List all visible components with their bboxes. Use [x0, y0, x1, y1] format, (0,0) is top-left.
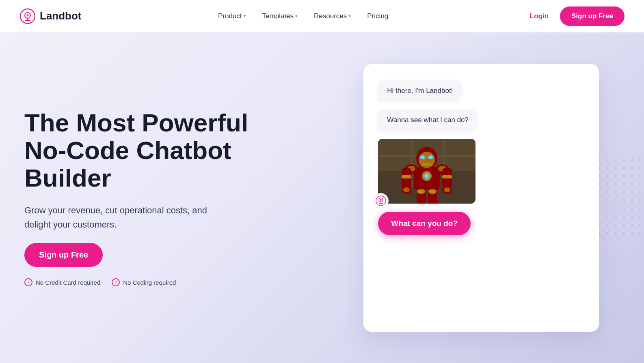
hero-section: The Most Powerful No-Code Chatbot Builde… [0, 32, 644, 363]
navbar: Landbot Product ▾ Templates ▾ Resources … [0, 0, 644, 32]
nav-resources[interactable]: Resources ▾ [307, 9, 357, 24]
avatar-icon [375, 195, 387, 206]
badge-no-credit-card: ✓ No Credit Card required [24, 278, 100, 286]
chat-widget: Hi there, I'm Landbot! Wanna see what I … [363, 64, 599, 332]
chevron-down-icon: ▾ [348, 13, 351, 19]
hero-title: The Most Powerful No-Code Chatbot Builde… [24, 109, 316, 192]
hero-content: The Most Powerful No-Code Chatbot Builde… [0, 85, 335, 311]
svg-point-40 [380, 199, 382, 201]
navbar-actions: Login Sign up Free [525, 6, 625, 26]
login-button[interactable]: Login [525, 9, 553, 24]
logo-link[interactable]: Landbot [19, 8, 82, 24]
chat-image [378, 139, 475, 204]
svg-point-2 [27, 14, 29, 16]
hero-visual: // Generate dots inline for(let i=0;i<60… [335, 48, 644, 348]
brand-name: Landbot [40, 10, 82, 22]
svg-point-31 [421, 156, 424, 159]
chat-bubble-1: Hi there, I'm Landbot! [378, 80, 462, 101]
svg-rect-24 [402, 175, 411, 178]
signup-nav-button[interactable]: Sign up Free [560, 6, 625, 26]
nav-menu: Product ▾ Templates ▾ Resources ▾ Pricin… [212, 9, 395, 24]
chat-bubble-2: Wanna see what I can do? [378, 110, 478, 131]
svg-rect-25 [442, 175, 452, 178]
check-icon: ✓ [24, 278, 32, 286]
nav-templates[interactable]: Templates ▾ [256, 9, 304, 24]
svg-point-13 [428, 189, 437, 194]
chevron-down-icon: ▾ [295, 13, 298, 19]
badge-no-coding: ✓ No Coding required [112, 278, 176, 286]
dot-grid-right: // Generate dots inline for(let i=0;i<60… [599, 159, 644, 237]
hero-badges: ✓ No Credit Card required ✓ No Coding re… [24, 278, 316, 286]
svg-point-37 [444, 187, 450, 192]
svg-point-32 [429, 156, 432, 159]
nav-pricing[interactable]: Pricing [361, 9, 395, 24]
chat-avatar [373, 193, 389, 208]
chat-image-wrapper [378, 139, 475, 204]
check-icon: ✓ [112, 278, 120, 286]
signup-hero-button[interactable]: Sign up Free [24, 243, 103, 267]
chevron-down-icon: ▾ [244, 13, 246, 19]
svg-point-12 [417, 189, 425, 194]
hero-subtitle: Grow your revenue, cut operational costs… [24, 203, 236, 232]
svg-rect-33 [422, 163, 432, 166]
svg-point-36 [403, 187, 410, 192]
logo-icon [19, 8, 36, 24]
chat-action-button[interactable]: What can you do? [378, 212, 471, 235]
nav-product[interactable]: Product ▾ [212, 9, 253, 24]
svg-point-17 [425, 174, 428, 178]
